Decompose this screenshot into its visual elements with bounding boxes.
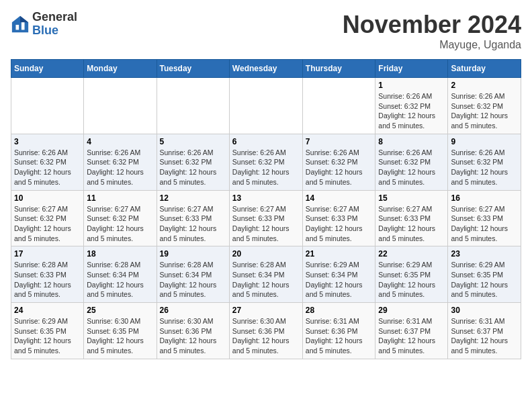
day-number: 2 <box>451 81 518 90</box>
day-number: 4 <box>87 137 153 146</box>
header-friday: Friday <box>375 60 448 78</box>
logo-blue: Blue <box>32 24 58 37</box>
day-info: Sunrise: 6:27 AM Sunset: 6:33 PM Dayligh… <box>378 204 445 244</box>
day-number: 18 <box>87 249 153 259</box>
day-info: Sunrise: 6:28 AM Sunset: 6:34 PM Dayligh… <box>160 260 226 300</box>
logo-general: General <box>32 10 77 24</box>
header: General Blue November 2024 Mayuge, Ugand… <box>11 11 521 51</box>
svg-rect-3 <box>21 22 25 30</box>
day-info: Sunrise: 6:26 AM Sunset: 6:32 PM Dayligh… <box>451 91 518 131</box>
day-number: 26 <box>160 306 226 315</box>
header-monday: Monday <box>84 60 157 78</box>
day-number: 24 <box>14 306 81 315</box>
day-info: Sunrise: 6:26 AM Sunset: 6:32 PM Dayligh… <box>14 148 81 187</box>
title-area: November 2024 Mayuge, Uganda <box>343 11 521 51</box>
day-info: Sunrise: 6:31 AM Sunset: 6:37 PM Dayligh… <box>378 316 445 356</box>
day-number: 27 <box>232 306 300 315</box>
calendar-cell: 26Sunrise: 6:30 AM Sunset: 6:36 PM Dayli… <box>157 303 229 359</box>
day-number: 17 <box>14 249 81 259</box>
day-number: 8 <box>378 137 445 146</box>
day-info: Sunrise: 6:26 AM Sunset: 6:32 PM Dayligh… <box>451 148 518 187</box>
day-number: 7 <box>306 137 373 146</box>
header-sunday: Sunday <box>11 60 84 78</box>
header-tuesday: Tuesday <box>157 60 229 78</box>
calendar-cell: 9Sunrise: 6:26 AM Sunset: 6:32 PM Daylig… <box>448 134 521 190</box>
day-info: Sunrise: 6:27 AM Sunset: 6:32 PM Dayligh… <box>87 204 153 244</box>
calendar-cell: 23Sunrise: 6:29 AM Sunset: 6:35 PM Dayli… <box>448 246 521 303</box>
day-number: 11 <box>87 193 153 203</box>
day-number: 22 <box>378 249 445 259</box>
calendar-cell: 2Sunrise: 6:26 AM Sunset: 6:32 PM Daylig… <box>448 78 521 134</box>
day-info: Sunrise: 6:30 AM Sunset: 6:35 PM Dayligh… <box>87 316 153 356</box>
day-info: Sunrise: 6:27 AM Sunset: 6:32 PM Dayligh… <box>14 204 81 244</box>
day-number: 30 <box>451 306 518 315</box>
day-info: Sunrise: 6:27 AM Sunset: 6:33 PM Dayligh… <box>306 204 373 244</box>
day-info: Sunrise: 6:28 AM Sunset: 6:33 PM Dayligh… <box>14 260 81 300</box>
calendar-cell: 29Sunrise: 6:31 AM Sunset: 6:37 PM Dayli… <box>375 303 448 359</box>
calendar-cell: 16Sunrise: 6:27 AM Sunset: 6:33 PM Dayli… <box>448 190 521 246</box>
day-number: 5 <box>160 137 226 146</box>
day-info: Sunrise: 6:27 AM Sunset: 6:33 PM Dayligh… <box>451 204 518 244</box>
calendar-cell: 14Sunrise: 6:27 AM Sunset: 6:33 PM Dayli… <box>302 190 375 246</box>
day-number: 13 <box>232 193 300 203</box>
calendar-cell: 20Sunrise: 6:28 AM Sunset: 6:34 PM Dayli… <box>229 246 302 303</box>
calendar-cell: 6Sunrise: 6:26 AM Sunset: 6:32 PM Daylig… <box>229 134 302 190</box>
day-number: 12 <box>160 193 226 203</box>
calendar-cell: 8Sunrise: 6:26 AM Sunset: 6:32 PM Daylig… <box>375 134 448 190</box>
day-number: 25 <box>87 306 153 315</box>
calendar-cell <box>11 78 84 134</box>
calendar-title: November 2024 <box>343 11 521 39</box>
day-info: Sunrise: 6:28 AM Sunset: 6:34 PM Dayligh… <box>232 260 300 300</box>
calendar-subtitle: Mayuge, Uganda <box>343 39 521 51</box>
day-info: Sunrise: 6:28 AM Sunset: 6:34 PM Dayligh… <box>87 260 153 300</box>
day-number: 20 <box>232 249 300 259</box>
header-thursday: Thursday <box>302 60 375 78</box>
calendar-cell: 11Sunrise: 6:27 AM Sunset: 6:32 PM Dayli… <box>84 190 157 246</box>
header-saturday: Saturday <box>448 60 521 78</box>
day-info: Sunrise: 6:27 AM Sunset: 6:33 PM Dayligh… <box>160 204 226 244</box>
day-info: Sunrise: 6:29 AM Sunset: 6:35 PM Dayligh… <box>451 260 518 300</box>
day-info: Sunrise: 6:26 AM Sunset: 6:32 PM Dayligh… <box>87 148 153 187</box>
day-info: Sunrise: 6:26 AM Sunset: 6:32 PM Dayligh… <box>306 148 373 187</box>
day-info: Sunrise: 6:29 AM Sunset: 6:35 PM Dayligh… <box>378 260 445 300</box>
week-row-3: 10Sunrise: 6:27 AM Sunset: 6:32 PM Dayli… <box>11 190 521 246</box>
day-info: Sunrise: 6:31 AM Sunset: 6:36 PM Dayligh… <box>306 316 373 356</box>
calendar-cell: 4Sunrise: 6:26 AM Sunset: 6:32 PM Daylig… <box>84 134 157 190</box>
calendar-cell <box>84 78 157 134</box>
day-info: Sunrise: 6:26 AM Sunset: 6:32 PM Dayligh… <box>378 148 445 187</box>
day-number: 21 <box>306 249 373 259</box>
logo-text: General Blue <box>32 11 77 38</box>
day-number: 28 <box>306 306 373 315</box>
calendar-table: SundayMondayTuesdayWednesdayThursdayFrid… <box>11 59 521 359</box>
calendar-cell <box>229 78 302 134</box>
calendar-cell: 15Sunrise: 6:27 AM Sunset: 6:33 PM Dayli… <box>375 190 448 246</box>
calendar-cell: 30Sunrise: 6:31 AM Sunset: 6:37 PM Dayli… <box>448 303 521 359</box>
calendar-cell <box>157 78 229 134</box>
calendar-cell <box>302 78 375 134</box>
svg-marker-1 <box>20 16 28 22</box>
calendar-cell: 25Sunrise: 6:30 AM Sunset: 6:35 PM Dayli… <box>84 303 157 359</box>
calendar-cell: 5Sunrise: 6:26 AM Sunset: 6:32 PM Daylig… <box>157 134 229 190</box>
day-number: 19 <box>160 249 226 259</box>
header-row: SundayMondayTuesdayWednesdayThursdayFrid… <box>11 60 521 78</box>
calendar-cell: 24Sunrise: 6:29 AM Sunset: 6:35 PM Dayli… <box>11 303 84 359</box>
day-info: Sunrise: 6:30 AM Sunset: 6:36 PM Dayligh… <box>160 316 226 356</box>
day-number: 14 <box>306 193 373 203</box>
day-number: 16 <box>451 193 518 203</box>
day-info: Sunrise: 6:26 AM Sunset: 6:32 PM Dayligh… <box>160 148 226 187</box>
day-info: Sunrise: 6:26 AM Sunset: 6:32 PM Dayligh… <box>378 91 445 131</box>
day-info: Sunrise: 6:26 AM Sunset: 6:32 PM Dayligh… <box>232 148 300 187</box>
day-number: 6 <box>232 137 300 146</box>
calendar-cell: 7Sunrise: 6:26 AM Sunset: 6:32 PM Daylig… <box>302 134 375 190</box>
day-number: 1 <box>378 81 445 90</box>
calendar-cell: 1Sunrise: 6:26 AM Sunset: 6:32 PM Daylig… <box>375 78 448 134</box>
calendar-cell: 3Sunrise: 6:26 AM Sunset: 6:32 PM Daylig… <box>11 134 84 190</box>
day-number: 29 <box>378 306 445 315</box>
day-info: Sunrise: 6:31 AM Sunset: 6:37 PM Dayligh… <box>451 316 518 356</box>
day-number: 9 <box>451 137 518 146</box>
calendar-cell: 18Sunrise: 6:28 AM Sunset: 6:34 PM Dayli… <box>84 246 157 303</box>
calendar-cell: 22Sunrise: 6:29 AM Sunset: 6:35 PM Dayli… <box>375 246 448 303</box>
day-info: Sunrise: 6:30 AM Sunset: 6:36 PM Dayligh… <box>232 316 300 356</box>
week-row-2: 3Sunrise: 6:26 AM Sunset: 6:32 PM Daylig… <box>11 134 521 190</box>
calendar-cell: 21Sunrise: 6:29 AM Sunset: 6:34 PM Dayli… <box>302 246 375 303</box>
